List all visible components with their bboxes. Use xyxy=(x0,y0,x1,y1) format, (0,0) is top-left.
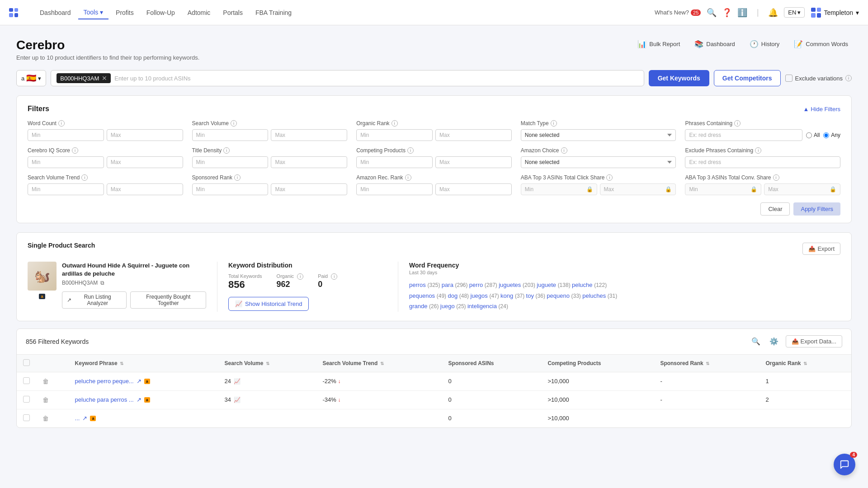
organic-rank-max[interactable] xyxy=(435,129,512,141)
user-menu[interactable]: Templeton ▾ xyxy=(811,8,859,18)
export-data-btn[interactable]: 📤 Export Data... xyxy=(786,335,842,347)
marketplace-selector[interactable]: a 🇪🇸 ▾ xyxy=(16,70,46,86)
select-all-checkbox[interactable] xyxy=(23,359,30,366)
phrase-all-radio[interactable] xyxy=(806,132,812,138)
row-1-delete[interactable]: 🗑 xyxy=(42,378,49,385)
row-2-trend-arrow: ↓ xyxy=(338,397,340,403)
row-2-checkbox[interactable] xyxy=(23,396,30,403)
language-selector[interactable]: EN ▾ xyxy=(784,7,805,18)
freq-word-pequeno[interactable]: pequeno xyxy=(547,292,570,299)
th-organic-rank[interactable]: Organic Rank ⇅ xyxy=(759,355,851,372)
freq-word-grande[interactable]: grande xyxy=(409,303,427,310)
row-2-external-link[interactable]: ↗ xyxy=(137,396,142,403)
row-1-checkbox[interactable] xyxy=(23,377,30,384)
amazon-choice-select[interactable]: None selected xyxy=(521,156,676,168)
search-volume-max[interactable] xyxy=(271,129,347,141)
whats-new-btn[interactable]: What's New? 25 xyxy=(655,9,701,16)
export-btn[interactable]: 📤 Export xyxy=(802,243,840,255)
row-1-external-link[interactable]: ↗ xyxy=(137,378,142,385)
freq-word-kong[interactable]: kong xyxy=(500,292,513,299)
hide-filters-btn[interactable]: ▲ Hide Filters xyxy=(803,106,840,113)
get-competitors-btn[interactable]: Get Competitors xyxy=(714,70,781,86)
sv-trend-min[interactable] xyxy=(28,183,104,195)
sv-trend-max[interactable] xyxy=(107,183,183,195)
sponsored-rank-max[interactable] xyxy=(271,183,347,195)
phrase-radio-any[interactable]: Any xyxy=(823,132,840,138)
freq-word-para[interactable]: para xyxy=(442,282,453,288)
freq-word-toy[interactable]: toy xyxy=(526,292,534,299)
table-search-icon[interactable]: 🔍 xyxy=(750,335,762,348)
total-keywords-value: 856 xyxy=(228,279,262,291)
freq-word-pequenos[interactable]: pequenos xyxy=(409,292,435,299)
freq-word-juguete[interactable]: juguete xyxy=(537,282,556,288)
run-listing-btn[interactable]: ↗ Run Listing Analyzer xyxy=(62,291,127,309)
row-1-trend-chart-icon[interactable]: 📈 xyxy=(234,378,241,385)
amazon-rec-rank-max[interactable] xyxy=(435,183,512,195)
phrases-input[interactable] xyxy=(685,129,802,141)
row-3-checkbox[interactable] xyxy=(23,414,30,421)
info-icon[interactable]: ℹ️ xyxy=(738,8,747,17)
nav-dashboard[interactable]: Dashboard xyxy=(34,6,76,19)
freq-word-juguetes[interactable]: juguetes xyxy=(499,282,521,288)
organic-rank-min[interactable] xyxy=(356,129,433,141)
freq-word-peluches[interactable]: peluches xyxy=(582,292,606,299)
row-3-delete[interactable]: 🗑 xyxy=(42,415,49,422)
th-sponsored-rank[interactable]: Sponsored Rank ⇅ xyxy=(654,355,759,372)
history-btn[interactable]: 🕐 History xyxy=(746,38,783,50)
th-search-volume[interactable]: Search Volume ⇅ xyxy=(218,355,316,372)
competing-max[interactable] xyxy=(435,156,512,168)
row-2-sv: 34 📈 xyxy=(218,390,316,409)
sponsored-rank-min[interactable] xyxy=(192,183,269,195)
nav-profits[interactable]: Profits xyxy=(110,6,139,19)
nav-portals[interactable]: Portals xyxy=(217,6,248,19)
show-trend-btn[interactable]: 📈 Show Historical Trend xyxy=(228,297,309,311)
word-count-min[interactable] xyxy=(28,129,104,141)
title-density-max[interactable] xyxy=(271,156,347,168)
amazon-rec-rank-min[interactable] xyxy=(356,183,433,195)
aba-click-min: Min 🔒 xyxy=(521,183,597,195)
get-keywords-btn[interactable]: Get Keywords xyxy=(649,70,709,86)
th-sv-trend[interactable]: Search Volume Trend ⇅ xyxy=(316,355,442,372)
logo[interactable] xyxy=(9,8,18,17)
nav-tools[interactable]: Tools ▾ xyxy=(78,6,109,19)
learn-btn[interactable]: 📚 Dashboard xyxy=(691,38,739,50)
search-icon[interactable]: 🔍 xyxy=(707,8,716,17)
apply-filters-btn[interactable]: Apply Filters xyxy=(793,202,840,216)
exclude-phrases-input[interactable] xyxy=(685,156,840,168)
help-icon[interactable]: ❓ xyxy=(722,8,731,17)
row-2-trend-chart-icon[interactable]: 📈 xyxy=(234,397,241,403)
word-count-max[interactable] xyxy=(107,129,183,141)
phrase-radio-all[interactable]: All xyxy=(806,132,820,138)
freq-word-perro[interactable]: perro xyxy=(469,282,483,288)
copy-asin-icon[interactable]: ⧉ xyxy=(100,280,104,286)
row-2-delete[interactable]: 🗑 xyxy=(42,396,49,404)
title-density-min[interactable] xyxy=(192,156,269,168)
common-words-btn[interactable]: 📝 Common Words xyxy=(790,38,852,50)
search-volume-min[interactable] xyxy=(192,129,269,141)
freq-word-juego[interactable]: juego xyxy=(440,303,455,310)
freq-word-inteligencia[interactable]: inteligencia xyxy=(467,303,497,310)
cerebro-iq-max[interactable] xyxy=(107,156,183,168)
freq-word-perros[interactable]: perros xyxy=(409,282,426,288)
competing-min[interactable] xyxy=(356,156,433,168)
nav-followup[interactable]: Follow-Up xyxy=(141,6,180,19)
asin-placeholder[interactable]: Enter up to 10 product ASINs xyxy=(114,75,638,82)
freq-word-dog[interactable]: dog xyxy=(448,292,458,299)
th-keyword[interactable]: Keyword Phrase ⇅ xyxy=(69,355,218,372)
asin-tag-remove[interactable]: ✕ xyxy=(102,75,107,82)
bulk-report-btn[interactable]: 📊 Bulk Report xyxy=(634,38,684,50)
frequently-bought-btn[interactable]: Frequently Bought Together xyxy=(130,291,206,309)
freq-word-juegos[interactable]: juegos xyxy=(470,292,487,299)
row-3-external-link[interactable]: ↗ xyxy=(82,415,87,422)
exclude-variations-label[interactable]: Exclude variations i xyxy=(785,75,852,82)
phrase-any-radio[interactable] xyxy=(823,132,829,138)
clear-filters-btn[interactable]: Clear xyxy=(760,202,790,216)
cerebro-iq-min[interactable] xyxy=(28,156,104,168)
bell-icon[interactable]: 🔔 xyxy=(769,8,778,17)
freq-word-peluche[interactable]: peluche xyxy=(572,282,593,288)
table-settings-icon[interactable]: ⚙️ xyxy=(768,335,780,348)
exclude-variations-checkbox[interactable] xyxy=(785,75,793,82)
nav-adtomic[interactable]: Adtomic xyxy=(182,6,216,19)
match-type-select[interactable]: None selected xyxy=(521,129,676,141)
nav-fba[interactable]: FBA Training xyxy=(250,6,297,19)
